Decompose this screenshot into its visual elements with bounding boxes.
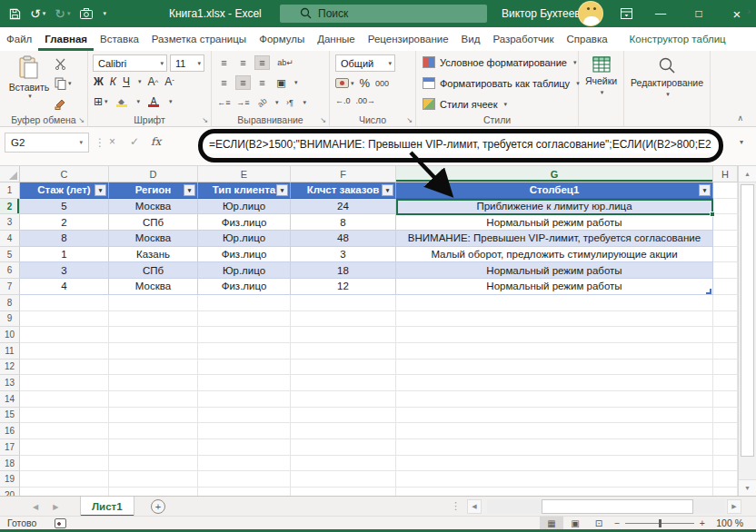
cell-G6[interactable]: Нормальный режим работы: [396, 262, 713, 279]
cell-D20[interactable]: [109, 488, 198, 496]
cell-E20[interactable]: [198, 488, 291, 496]
name-box-dropdown-icon[interactable]: ▾: [79, 139, 83, 146]
vertical-scroll-thumb[interactable]: [741, 184, 754, 457]
editing-button[interactable]: Редактирование ▾: [624, 56, 710, 98]
zoom-out-icon[interactable]: −: [614, 517, 620, 528]
cell-E14[interactable]: [198, 391, 291, 408]
cell-C16[interactable]: [20, 423, 109, 439]
column-header-G[interactable]: G: [396, 166, 713, 182]
underline-button[interactable]: Ч: [123, 75, 130, 88]
cell-G18[interactable]: [396, 456, 713, 472]
italic-button[interactable]: К: [110, 75, 116, 88]
cell-styles-button[interactable]: Стили ячеек▾: [423, 98, 507, 110]
cell-E15[interactable]: [198, 408, 291, 424]
cell-H8[interactable]: [713, 295, 738, 311]
zoom-slider-thumb[interactable]: [659, 519, 662, 527]
scroll-down-icon[interactable]: ▼: [739, 479, 756, 496]
cell-E2[interactable]: Юр.лицо: [198, 199, 291, 215]
cell-H6[interactable]: [713, 262, 738, 279]
cell-G4[interactable]: ВНИМАНИЕ: Превышен VIP-лимит, требуется …: [396, 231, 713, 247]
formula-input[interactable]: =ЕСЛИ(B2>1500;"ВНИМАНИЕ: Превышен VIP-ли…: [204, 134, 718, 153]
cell-H10[interactable]: [713, 327, 738, 343]
search-input[interactable]: Поиск: [280, 5, 487, 23]
cell-D1[interactable]: Регион▾: [109, 182, 198, 199]
cell-F4[interactable]: 48: [291, 231, 396, 247]
user-name[interactable]: Виктор Бухтеев: [502, 0, 581, 27]
shrink-font-button[interactable]: Аˇ: [164, 75, 174, 88]
wrap-text-button[interactable]: ab↵: [274, 55, 297, 70]
decrease-decimal-button[interactable]: .00→: [356, 96, 376, 105]
column-header-C[interactable]: C: [20, 166, 109, 182]
cell-C7[interactable]: 4: [20, 279, 109, 295]
cancel-icon[interactable]: ×: [109, 135, 115, 148]
cell-E9[interactable]: [198, 311, 291, 328]
cell-F7[interactable]: 12: [291, 279, 396, 295]
cell-D9[interactable]: [109, 311, 198, 328]
cell-H5[interactable]: [713, 247, 738, 263]
tab-overflow-icon[interactable]: ›: [747, 5, 751, 16]
cell-G2[interactable]: Приближение к лимиту юр.лица: [396, 199, 713, 215]
cell-E16[interactable]: [198, 423, 291, 439]
ribbon-tab-developer[interactable]: Разработчик: [486, 27, 560, 51]
ribbon-tab-page-layout[interactable]: Разметка страницы: [145, 27, 253, 51]
horizontal-scrollbar[interactable]: [487, 499, 725, 514]
cell-D2[interactable]: Москва: [109, 199, 198, 215]
scroll-left-icon[interactable]: ◀: [467, 499, 482, 514]
enter-icon[interactable]: ✓: [130, 135, 139, 148]
zoom-level[interactable]: 100 %: [716, 517, 743, 528]
cell-E17[interactable]: [198, 439, 291, 456]
maximize-button[interactable]: □: [680, 0, 718, 27]
scroll-up-icon[interactable]: ▲: [739, 166, 756, 182]
row-header-18[interactable]: 18: [0, 456, 20, 472]
format-as-table-button[interactable]: Форматировать как таблицу▾: [423, 77, 580, 89]
copy-button[interactable]: ▾: [55, 76, 72, 91]
cell-H19[interactable]: [713, 471, 738, 488]
normal-view-icon[interactable]: ▦: [540, 517, 563, 529]
number-dialog-launcher-icon[interactable]: ↘: [406, 116, 413, 124]
cell-H12[interactable]: [713, 360, 738, 376]
cell-D15[interactable]: [109, 408, 198, 424]
cell-F9[interactable]: [291, 311, 396, 328]
ribbon-tab-formulas[interactable]: Формулы: [253, 27, 311, 51]
scroll-right-icon[interactable]: ▶: [727, 499, 741, 514]
zoom-in-icon[interactable]: +: [700, 517, 705, 528]
cell-F19[interactable]: [291, 471, 396, 488]
save-icon[interactable]: [9, 8, 21, 20]
cell-E7[interactable]: Физ.лицо: [198, 279, 291, 295]
accounting-format-button[interactable]: ▾: [335, 78, 354, 88]
cell-D13[interactable]: [109, 375, 198, 391]
row-header-17[interactable]: 17: [0, 439, 20, 456]
cell-G11[interactable]: [396, 343, 713, 360]
cell-H4[interactable]: [713, 231, 738, 247]
cell-H2[interactable]: [713, 199, 738, 215]
cell-G12[interactable]: [396, 360, 713, 376]
ribbon-tab-data[interactable]: Данные: [311, 27, 362, 51]
ribbon-tab-view[interactable]: Вид: [455, 27, 487, 51]
align-left-button[interactable]: ≡: [216, 75, 232, 90]
cell-D12[interactable]: [109, 360, 198, 376]
row-header-7[interactable]: 7: [0, 279, 20, 295]
cell-C4[interactable]: 8: [20, 231, 109, 247]
row-header-8[interactable]: 8: [0, 295, 20, 311]
row-header-1[interactable]: 1: [0, 182, 20, 199]
cell-F13[interactable]: [291, 375, 396, 391]
cell-E8[interactable]: [198, 295, 291, 311]
cell-F8[interactable]: [291, 295, 396, 311]
cell-G9[interactable]: [396, 311, 713, 328]
ribbon-tab-home[interactable]: Главная: [38, 27, 94, 51]
align-center-button[interactable]: ≡: [235, 75, 251, 90]
row-header-16[interactable]: 16: [0, 423, 20, 439]
row-header-5[interactable]: 5: [0, 247, 20, 263]
macro-record-icon[interactable]: [55, 518, 66, 528]
add-sheet-icon[interactable]: +: [151, 499, 165, 514]
cell-E13[interactable]: [198, 375, 291, 391]
cell-D8[interactable]: [109, 295, 198, 311]
cell-F17[interactable]: [291, 439, 396, 456]
cell-H18[interactable]: [713, 456, 738, 472]
cell-G13[interactable]: [396, 375, 713, 391]
cells-button[interactable]: Ячейки ▾: [579, 56, 623, 96]
font-size-select[interactable]: 11▾: [170, 54, 204, 72]
number-format-select[interactable]: Общий▾: [335, 54, 395, 72]
font-dialog-launcher-icon[interactable]: ↘: [202, 116, 208, 124]
user-avatar[interactable]: [578, 1, 603, 26]
